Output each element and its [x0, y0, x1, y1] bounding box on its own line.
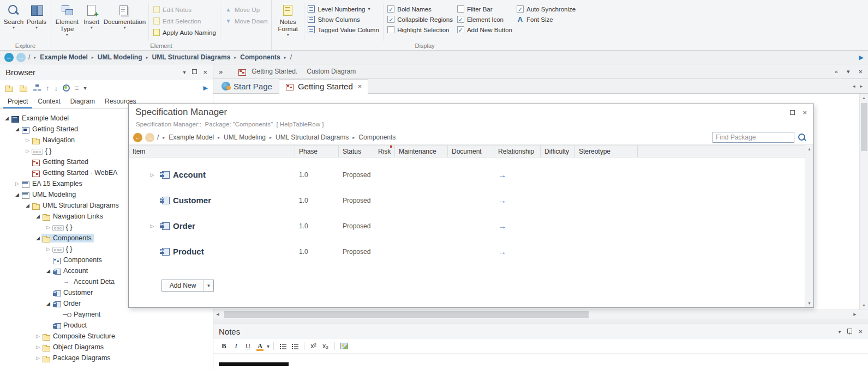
- tree-item-composite-structure-20[interactable]: ▷Composite Structure: [0, 331, 213, 342]
- ribbon-option-highlight-selection[interactable]: Highlight Selection: [385, 25, 455, 35]
- spec-row-product[interactable]: Product1.0Proposed→: [129, 239, 805, 264]
- font-color-button[interactable]: A: [255, 341, 265, 351]
- ribbon-option-bold-names[interactable]: Bold Names: [385, 4, 455, 14]
- chevron-down-icon[interactable]: ▾: [838, 329, 841, 335]
- tab-project[interactable]: Project: [3, 95, 32, 108]
- breadcrumb-segment-uml-structural-diagrams[interactable]: UML Structural Diagrams: [276, 134, 349, 141]
- checkbox-checked-icon[interactable]: [517, 5, 524, 13]
- chevron-down-icon[interactable]: ▾: [183, 69, 185, 75]
- expander-collapsed-icon[interactable]: ▷: [34, 355, 41, 361]
- scrollbar-thumb[interactable]: [861, 103, 867, 151]
- tree-item-object-diagrams-21[interactable]: ▷Object Diagrams: [0, 342, 213, 353]
- tab-start-page[interactable]: Start Page: [215, 78, 279, 93]
- scroll-up-icon[interactable]: ▲: [805, 145, 814, 153]
- breadcrumb-segment-uml-structural-diagrams[interactable]: UML Structural Diagrams: [152, 53, 231, 61]
- ribbon-option-font-size[interactable]: AFont Size: [514, 14, 576, 25]
- vertical-scrollbar[interactable]: ▲ ▼: [805, 145, 813, 307]
- relationship-arrow-icon[interactable]: →: [498, 221, 506, 231]
- scrollbar-track[interactable]: [860, 102, 868, 301]
- column-header-document[interactable]: Document: [448, 145, 494, 157]
- panel-splitter[interactable]: [213, 319, 868, 324]
- column-header-relationship[interactable]: Relationship: [494, 145, 541, 157]
- expander-collapsed-icon[interactable]: ▷: [45, 225, 52, 230]
- hierarchy-icon[interactable]: [33, 84, 41, 91]
- scroll-tabs-right-icon[interactable]: ▸: [860, 83, 863, 89]
- move-down-icon[interactable]: ↓: [55, 84, 58, 92]
- checkbox-unchecked-icon[interactable]: [387, 26, 394, 33]
- expander-collapsed-icon[interactable]: ▷: [14, 181, 21, 186]
- vertical-scrollbar[interactable]: ▲ ▼: [859, 94, 868, 310]
- close-icon[interactable]: ×: [203, 69, 207, 76]
- expander-expanded-icon[interactable]: ◢: [45, 301, 52, 306]
- chevron-double-left-icon[interactable]: «: [835, 68, 838, 75]
- expander-expanded-icon[interactable]: ◢: [3, 116, 10, 121]
- checkbox-checked-icon[interactable]: [387, 16, 394, 23]
- move-down-button[interactable]: ▼ Move Down: [222, 15, 269, 27]
- tree-item-product-19[interactable]: Product: [0, 320, 213, 331]
- underline-button[interactable]: U: [243, 341, 253, 351]
- apply-auto-naming-button[interactable]: Apply Auto Naming: [151, 27, 218, 38]
- add-new-button[interactable]: Add New ▼: [161, 280, 214, 292]
- close-icon[interactable]: ×: [858, 328, 863, 335]
- edit-notes-button[interactable]: Edit Notes: [151, 4, 218, 15]
- scrollbar-track[interactable]: [222, 310, 851, 319]
- ribbon-option-auto-synchronize[interactable]: Auto Synchronize: [514, 4, 576, 14]
- horizontal-scrollbar[interactable]: ◀ ▶: [213, 310, 868, 319]
- expander-expanded-icon[interactable]: ◢: [14, 192, 21, 197]
- checkbox-checked-icon[interactable]: [457, 16, 464, 23]
- notes-editor[interactable]: [213, 354, 868, 370]
- expander-collapsed-icon[interactable]: ▷: [148, 223, 156, 229]
- edit-selection-button[interactable]: Edit Selection: [151, 15, 218, 27]
- new-package-icon[interactable]: [5, 84, 14, 92]
- relationship-arrow-icon[interactable]: →: [498, 247, 506, 256]
- spec-window-titlebar[interactable]: Specification Manager ×: [129, 104, 813, 120]
- breadcrumb-segment-uml-modeling[interactable]: UML Modeling: [224, 134, 266, 141]
- forward-icon[interactable]: →: [145, 133, 154, 142]
- breadcrumb-segment-example-model[interactable]: Example Model: [40, 53, 87, 61]
- element-type-button[interactable]: Element Type ▾: [53, 2, 81, 42]
- chevron-double-right-icon[interactable]: »: [219, 68, 223, 76]
- column-header-item[interactable]: Item: [129, 145, 295, 157]
- ribbon-toggle-tagged-value-column[interactable]: Tagged Value Column: [306, 25, 381, 35]
- search-button[interactable]: Search ▾: [2, 2, 25, 42]
- scroll-down-icon[interactable]: ▼: [860, 301, 868, 310]
- expander-expanded-icon[interactable]: ◢: [24, 203, 31, 208]
- column-header-maintenance[interactable]: Maintenance: [395, 145, 448, 157]
- pin-icon[interactable]: [191, 69, 197, 76]
- scroll-down-icon[interactable]: ▼: [805, 299, 814, 307]
- breadcrumb-expand-icon[interactable]: ▶: [859, 54, 864, 61]
- breadcrumb-segment-components[interactable]: Components: [240, 53, 280, 61]
- breadcrumb-root[interactable]: /: [28, 53, 30, 61]
- expander-collapsed-icon[interactable]: ▷: [34, 333, 41, 339]
- chevron-down-icon[interactable]: ▾: [267, 343, 270, 349]
- chevron-down-icon[interactable]: ▼: [203, 280, 213, 291]
- forward-icon[interactable]: →: [16, 53, 26, 62]
- ribbon-option-add-new-button[interactable]: Add New Button: [455, 25, 514, 35]
- tree-item-package-diagrams-22[interactable]: ▷Package Diagrams: [0, 353, 213, 363]
- move-up-button[interactable]: ▲ Move Up: [222, 4, 269, 15]
- portals-button[interactable]: Portals ▾: [25, 2, 48, 42]
- expander-collapsed-icon[interactable]: ▷: [24, 148, 31, 154]
- relationship-arrow-icon[interactable]: →: [498, 170, 506, 179]
- menu-icon[interactable]: ≡: [75, 84, 79, 92]
- scrollbar-thumb[interactable]: [224, 311, 589, 318]
- numbered-list-button[interactable]: [290, 341, 300, 351]
- column-header-risk[interactable]: Risk: [374, 145, 395, 157]
- relationship-arrow-icon[interactable]: →: [498, 196, 506, 205]
- documentation-button[interactable]: Documentation ▾: [103, 2, 147, 42]
- search-icon[interactable]: [797, 132, 807, 143]
- scroll-left-icon[interactable]: ◀: [213, 311, 222, 319]
- superscript-button[interactable]: x²: [308, 341, 319, 351]
- italic-button[interactable]: I: [231, 341, 241, 351]
- bullet-list-button[interactable]: [278, 341, 288, 351]
- tab-getting-started[interactable]: Getting Started ×: [279, 79, 369, 94]
- expander-collapsed-icon[interactable]: ▷: [148, 172, 156, 178]
- back-icon[interactable]: ←: [133, 133, 142, 142]
- column-header-difficulty[interactable]: Difficulty: [541, 145, 575, 157]
- scroll-right-icon[interactable]: ▶: [851, 311, 859, 319]
- spec-row-customer[interactable]: Customer1.0Proposed→: [129, 187, 805, 213]
- column-header-status[interactable]: Status: [339, 145, 374, 157]
- ribbon-option-filter-bar[interactable]: Filter Bar: [455, 4, 514, 14]
- expander-collapsed-icon[interactable]: ▷: [24, 137, 31, 143]
- spec-row-order[interactable]: ▷Order1.0Proposed→: [129, 213, 805, 239]
